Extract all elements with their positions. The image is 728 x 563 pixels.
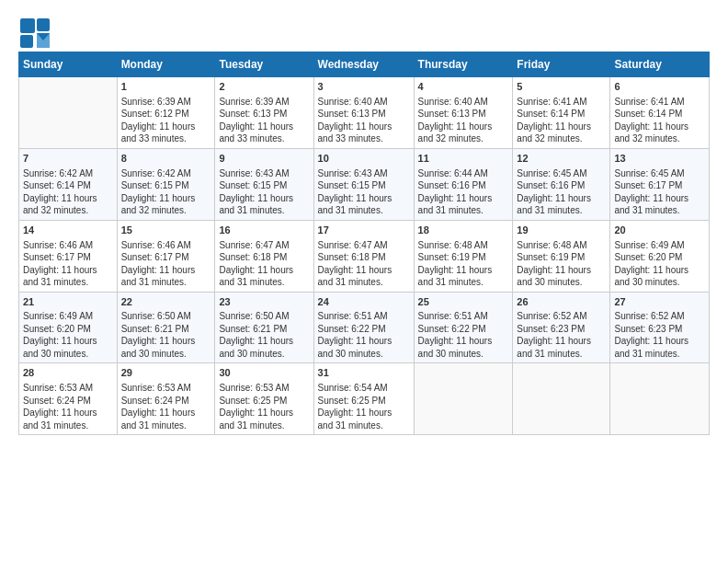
sunrise: Sunrise: 6:44 AM bbox=[418, 167, 509, 180]
sunset: Sunset: 6:16 PM bbox=[517, 179, 606, 192]
week-row-1: 7Sunrise: 6:42 AMSunset: 6:14 PMDaylight… bbox=[19, 148, 710, 220]
sunset: Sunset: 6:18 PM bbox=[318, 251, 410, 264]
sunset: Sunset: 6:16 PM bbox=[418, 179, 509, 192]
daylight: Daylight: 11 hours and 30 minutes. bbox=[318, 335, 410, 360]
day-number: 16 bbox=[219, 224, 309, 237]
day-number: 27 bbox=[614, 295, 705, 309]
sunrise: Sunrise: 6:48 AM bbox=[517, 239, 606, 252]
daylight: Daylight: 11 hours and 30 minutes. bbox=[121, 335, 211, 360]
sunrise: Sunrise: 6:52 AM bbox=[614, 310, 705, 323]
day-number: 5 bbox=[517, 80, 606, 94]
calendar-cell: 9Sunrise: 6:43 AMSunset: 6:15 PMDaylight… bbox=[215, 148, 313, 220]
sunrise: Sunrise: 6:45 AM bbox=[614, 167, 705, 180]
daylight: Daylight: 11 hours and 30 minutes. bbox=[517, 264, 606, 289]
logo-icon bbox=[18, 17, 44, 42]
header-cell-sunday: Sunday bbox=[19, 52, 118, 77]
page: SundayMondayTuesdayWednesdayThursdayFrid… bbox=[0, 0, 728, 563]
daylight: Daylight: 11 hours and 32 minutes. bbox=[614, 121, 705, 145]
calendar-cell bbox=[513, 363, 610, 435]
sunrise: Sunrise: 6:42 AM bbox=[23, 167, 113, 180]
daylight: Daylight: 11 hours and 33 minutes. bbox=[318, 121, 410, 145]
sunset: Sunset: 6:17 PM bbox=[121, 251, 211, 264]
svg-rect-1 bbox=[37, 18, 50, 31]
header-row: SundayMondayTuesdayWednesdayThursdayFrid… bbox=[19, 52, 710, 77]
daylight: Daylight: 11 hours and 31 minutes. bbox=[614, 335, 705, 360]
calendar-cell: 13Sunrise: 6:45 AMSunset: 6:17 PMDayligh… bbox=[610, 148, 710, 220]
day-number: 14 bbox=[23, 224, 113, 237]
calendar-cell: 15Sunrise: 6:46 AMSunset: 6:17 PMDayligh… bbox=[117, 220, 215, 292]
calendar-cell: 18Sunrise: 6:48 AMSunset: 6:19 PMDayligh… bbox=[414, 220, 513, 292]
sunrise: Sunrise: 6:43 AM bbox=[318, 167, 410, 180]
daylight: Daylight: 11 hours and 31 minutes. bbox=[318, 192, 410, 217]
day-number: 10 bbox=[318, 152, 410, 166]
calendar-cell: 8Sunrise: 6:42 AMSunset: 6:15 PMDaylight… bbox=[117, 148, 215, 220]
calendar-cell bbox=[610, 363, 710, 435]
daylight: Daylight: 11 hours and 32 minutes. bbox=[23, 192, 113, 217]
svg-rect-0 bbox=[20, 18, 35, 33]
daylight: Daylight: 11 hours and 31 minutes. bbox=[418, 264, 509, 289]
sunrise: Sunrise: 6:54 AM bbox=[318, 382, 410, 395]
calendar-cell: 4Sunrise: 6:40 AMSunset: 6:13 PMDaylight… bbox=[414, 77, 513, 149]
day-number: 19 bbox=[517, 224, 606, 237]
daylight: Daylight: 11 hours and 31 minutes. bbox=[517, 192, 606, 217]
calendar-cell bbox=[414, 363, 513, 435]
day-number: 13 bbox=[614, 152, 705, 166]
daylight: Daylight: 11 hours and 31 minutes. bbox=[318, 264, 410, 289]
sunset: Sunset: 6:17 PM bbox=[23, 251, 113, 264]
daylight: Daylight: 11 hours and 31 minutes. bbox=[121, 407, 211, 431]
svg-rect-2 bbox=[20, 35, 33, 48]
sunset: Sunset: 6:14 PM bbox=[614, 108, 705, 121]
sunset: Sunset: 6:23 PM bbox=[614, 323, 705, 336]
daylight: Daylight: 11 hours and 31 minutes. bbox=[318, 407, 410, 431]
day-number: 24 bbox=[318, 295, 410, 309]
day-number: 7 bbox=[23, 152, 113, 166]
header-cell-saturday: Saturday bbox=[610, 52, 710, 77]
calendar-cell: 27Sunrise: 6:52 AMSunset: 6:23 PMDayligh… bbox=[610, 292, 710, 363]
sunrise: Sunrise: 6:48 AM bbox=[418, 239, 509, 252]
calendar-cell: 20Sunrise: 6:49 AMSunset: 6:20 PMDayligh… bbox=[610, 220, 710, 292]
calendar-cell: 6Sunrise: 6:41 AMSunset: 6:14 PMDaylight… bbox=[610, 77, 710, 149]
day-number: 31 bbox=[318, 366, 410, 380]
sunset: Sunset: 6:14 PM bbox=[517, 108, 606, 121]
daylight: Daylight: 11 hours and 31 minutes. bbox=[517, 335, 606, 360]
sunset: Sunset: 6:12 PM bbox=[121, 108, 211, 121]
calendar-cell: 3Sunrise: 6:40 AMSunset: 6:13 PMDaylight… bbox=[313, 77, 414, 149]
sunset: Sunset: 6:24 PM bbox=[121, 395, 211, 408]
sunrise: Sunrise: 6:46 AM bbox=[23, 239, 113, 252]
sunrise: Sunrise: 6:46 AM bbox=[121, 239, 211, 252]
sunset: Sunset: 6:21 PM bbox=[219, 323, 309, 336]
sunrise: Sunrise: 6:50 AM bbox=[121, 310, 211, 323]
sunset: Sunset: 6:13 PM bbox=[318, 108, 410, 121]
daylight: Daylight: 11 hours and 30 minutes. bbox=[23, 335, 113, 360]
header-cell-monday: Monday bbox=[117, 52, 215, 77]
calendar-cell: 23Sunrise: 6:50 AMSunset: 6:21 PMDayligh… bbox=[215, 292, 313, 363]
day-number: 12 bbox=[517, 152, 606, 166]
sunset: Sunset: 6:15 PM bbox=[121, 179, 211, 192]
sunset: Sunset: 6:18 PM bbox=[219, 251, 309, 264]
daylight: Daylight: 11 hours and 31 minutes. bbox=[219, 407, 309, 431]
daylight: Daylight: 11 hours and 31 minutes. bbox=[418, 192, 509, 217]
sunrise: Sunrise: 6:51 AM bbox=[418, 310, 509, 323]
sunset: Sunset: 6:22 PM bbox=[318, 323, 410, 336]
sunrise: Sunrise: 6:39 AM bbox=[121, 96, 211, 109]
calendar-cell: 5Sunrise: 6:41 AMSunset: 6:14 PMDaylight… bbox=[513, 77, 610, 149]
sunrise: Sunrise: 6:43 AM bbox=[219, 167, 309, 180]
sunrise: Sunrise: 6:49 AM bbox=[23, 310, 113, 323]
week-row-3: 21Sunrise: 6:49 AMSunset: 6:20 PMDayligh… bbox=[19, 292, 710, 363]
day-number: 9 bbox=[219, 152, 309, 166]
header-cell-tuesday: Tuesday bbox=[215, 52, 313, 77]
sunrise: Sunrise: 6:41 AM bbox=[614, 96, 705, 109]
calendar-cell: 26Sunrise: 6:52 AMSunset: 6:23 PMDayligh… bbox=[513, 292, 610, 363]
daylight: Daylight: 11 hours and 33 minutes. bbox=[121, 121, 211, 145]
sunrise: Sunrise: 6:53 AM bbox=[23, 382, 113, 395]
sunrise: Sunrise: 6:51 AM bbox=[318, 310, 410, 323]
logo bbox=[18, 17, 48, 42]
sunset: Sunset: 6:23 PM bbox=[517, 323, 606, 336]
daylight: Daylight: 11 hours and 31 minutes. bbox=[23, 264, 113, 289]
sunset: Sunset: 6:13 PM bbox=[418, 108, 509, 121]
day-number: 30 bbox=[219, 366, 309, 380]
day-number: 15 bbox=[121, 224, 211, 237]
daylight: Daylight: 11 hours and 31 minutes. bbox=[23, 407, 113, 431]
week-row-0: 1Sunrise: 6:39 AMSunset: 6:12 PMDaylight… bbox=[19, 77, 710, 149]
calendar-table: SundayMondayTuesdayWednesdayThursdayFrid… bbox=[18, 52, 710, 435]
